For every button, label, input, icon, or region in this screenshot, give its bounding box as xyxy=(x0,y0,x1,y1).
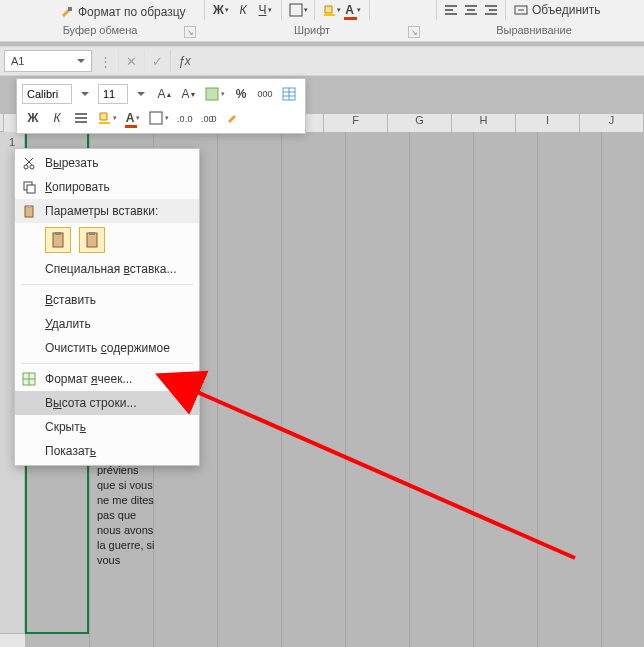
svg-rect-1 xyxy=(290,4,302,16)
enter-formula-button[interactable]: ✓ xyxy=(144,50,170,72)
mini-increase-decimal-button[interactable]: .00.0 xyxy=(198,107,220,129)
font-size-dropdown[interactable] xyxy=(130,83,152,105)
clipboard-launcher[interactable]: ↘ xyxy=(184,26,196,38)
svg-rect-0 xyxy=(68,7,72,11)
menu-paste-options-header: Параметры вставки: xyxy=(15,199,199,223)
menu-cut[interactable]: Вырезать xyxy=(15,151,199,175)
paste-values-button[interactable] xyxy=(79,227,105,253)
ribbon: Формат по образцу Ж▾ К Ч▾ ▾ ▾ А▾ xyxy=(0,0,644,42)
svg-text:.0: .0 xyxy=(209,114,217,124)
menu-copy[interactable]: Копировать xyxy=(15,175,199,199)
svg-rect-21 xyxy=(89,232,95,235)
column-header-H[interactable]: H xyxy=(452,114,516,132)
mini-toolbar: Calibri 11 A▲ A▼ ▾ % 000 Ж К ▾ А▾ ▾ .0.0… xyxy=(16,78,306,134)
font-name-input[interactable]: Calibri xyxy=(22,84,72,104)
fill-color-button[interactable]: ▾ xyxy=(321,0,341,20)
name-box-value: A1 xyxy=(11,55,24,67)
decrease-font-button[interactable]: A▼ xyxy=(178,83,200,105)
cell-b1-text: je vous préviens que si vous ne me dites… xyxy=(97,448,159,568)
merge-button[interactable]: Объединить xyxy=(510,0,605,20)
menu-row-height[interactable]: Высота строки... xyxy=(15,391,199,415)
cancel-formula-button[interactable]: ✕ xyxy=(118,50,144,72)
menu-format-cells[interactable]: Формат ячеек... xyxy=(15,367,199,391)
menu-show[interactable]: Показать xyxy=(15,439,199,463)
svg-point-13 xyxy=(30,165,34,169)
paste-button[interactable] xyxy=(45,227,71,253)
svg-rect-15 xyxy=(27,185,35,193)
menu-paste-option-buttons xyxy=(15,223,199,257)
svg-rect-20 xyxy=(87,233,97,247)
align-right-button[interactable] xyxy=(481,0,501,20)
accounting-format-button[interactable]: ▾ xyxy=(202,83,228,105)
comma-format-button[interactable]: 000 xyxy=(254,83,276,105)
italic-button[interactable]: К xyxy=(233,0,253,20)
format-cells-icon xyxy=(21,371,37,387)
context-menu: Вырезать Копировать Параметры вставки: С… xyxy=(14,148,200,466)
svg-rect-4 xyxy=(206,88,218,100)
clipboard-icon xyxy=(21,203,37,219)
svg-rect-6 xyxy=(99,122,110,124)
font-name-dropdown[interactable] xyxy=(74,83,96,105)
copy-icon xyxy=(21,179,37,195)
mini-align-button[interactable] xyxy=(70,107,92,129)
column-header-G[interactable]: G xyxy=(388,114,452,132)
mini-italic-button[interactable]: К xyxy=(46,107,68,129)
mini-bold-button[interactable]: Ж xyxy=(22,107,44,129)
fx-button[interactable]: ƒx xyxy=(170,50,198,72)
format-painter[interactable]: Формат по образцу xyxy=(60,5,186,19)
svg-rect-17 xyxy=(27,205,31,208)
bold-button[interactable]: Ж▾ xyxy=(211,0,231,20)
column-header-I[interactable]: I xyxy=(516,114,580,132)
format-painter-label: Формат по образцу xyxy=(78,5,186,19)
menu-insert[interactable]: Вставить xyxy=(15,288,199,312)
font-launcher[interactable]: ↘ xyxy=(408,26,420,38)
mini-border-button[interactable]: ▾ xyxy=(146,107,172,129)
format-table-button[interactable] xyxy=(278,83,300,105)
mini-font-color-button[interactable]: А▾ xyxy=(122,107,144,129)
menu-delete[interactable]: Удалить xyxy=(15,312,199,336)
svg-rect-7 xyxy=(150,112,162,124)
group-clipboard-label: Буфер обмена xyxy=(63,24,138,36)
chevron-down-icon xyxy=(77,59,85,63)
font-color-button[interactable]: А▾ xyxy=(343,0,363,20)
align-left-button[interactable] xyxy=(441,0,461,20)
increase-font-button[interactable]: A▲ xyxy=(154,83,176,105)
namebox-options[interactable]: ⋮ xyxy=(92,50,118,72)
font-size-input[interactable]: 11 xyxy=(98,84,128,104)
mini-fill-color-button[interactable]: ▾ xyxy=(94,107,120,129)
svg-rect-19 xyxy=(55,232,61,235)
column-header-J[interactable]: J xyxy=(580,114,644,132)
svg-text:.00: .00 xyxy=(185,114,193,124)
group-font-label: Шрифт xyxy=(294,24,330,36)
scissors-icon xyxy=(21,155,37,171)
formula-bar-row: A1 ⋮ ✕ ✓ ƒx xyxy=(0,46,644,76)
svg-point-12 xyxy=(24,165,28,169)
name-box[interactable]: A1 xyxy=(4,50,92,72)
percent-format-button[interactable]: % xyxy=(230,83,252,105)
mini-format-painter-button[interactable] xyxy=(222,107,244,129)
svg-text:.0: .0 xyxy=(177,114,185,124)
paintbrush-icon xyxy=(60,5,74,19)
merge-label: Объединить xyxy=(532,3,601,17)
svg-rect-18 xyxy=(53,233,63,247)
menu-hide[interactable]: Скрыть xyxy=(15,415,199,439)
column-header-F[interactable]: F xyxy=(324,114,388,132)
mini-decrease-decimal-button[interactable]: .0.00 xyxy=(174,107,196,129)
menu-clear-contents[interactable]: Очистить содержимое xyxy=(15,336,199,360)
svg-rect-2 xyxy=(324,14,335,16)
menu-paste-special[interactable]: Специальная вставка... xyxy=(15,257,199,281)
align-center-button[interactable] xyxy=(461,0,481,20)
border-button[interactable]: ▾ xyxy=(288,0,308,20)
underline-button[interactable]: Ч▾ xyxy=(255,0,275,20)
group-alignment-label: Выравнивание xyxy=(496,24,572,36)
